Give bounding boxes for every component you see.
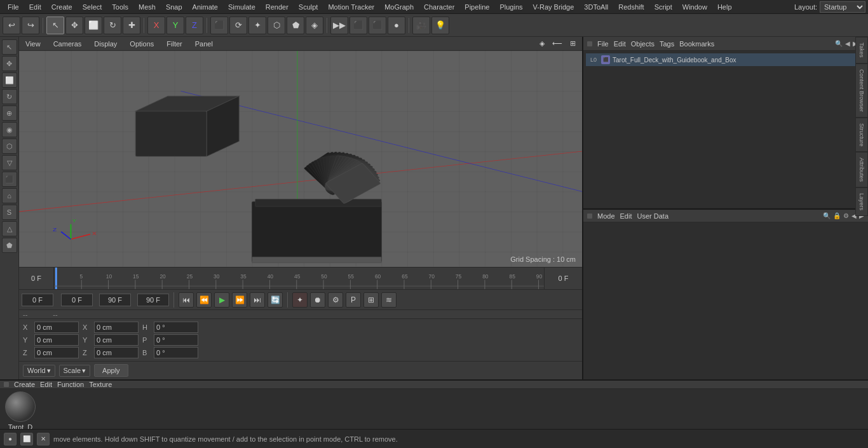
light-button[interactable]: 💡 bbox=[431, 17, 449, 34]
coord-y-pos[interactable] bbox=[34, 334, 79, 346]
side-add[interactable]: ⊕ bbox=[2, 105, 17, 121]
coord-b-rot[interactable] bbox=[154, 347, 198, 358]
obj-nav-back-icon[interactable]: ◀ bbox=[845, 40, 850, 47]
attr-mode-menu[interactable]: Mode bbox=[597, 212, 615, 220]
menu-animate[interactable]: Animate bbox=[187, 2, 223, 12]
menu-tools[interactable]: Tools bbox=[107, 2, 133, 12]
camera-button[interactable]: 🎥 bbox=[412, 17, 430, 34]
key-sel-button[interactable]: ⚙ bbox=[328, 292, 343, 308]
menu-3dtoall[interactable]: 3DToAll bbox=[579, 2, 613, 12]
obj-edit-menu[interactable]: Edit bbox=[614, 40, 626, 48]
world-dropdown[interactable]: World ▾ bbox=[23, 365, 55, 377]
window-icon[interactable]: ⬜ bbox=[20, 433, 33, 445]
side-diamond[interactable]: ⬟ bbox=[2, 238, 17, 253]
vp-icon-2[interactable]: ⟵ bbox=[550, 39, 565, 48]
timeline-ruler[interactable]: 5 10 15 20 25 30 35 40 bbox=[54, 268, 544, 289]
menu-select[interactable]: Select bbox=[78, 2, 107, 12]
vp-icon-3[interactable]: ⊞ bbox=[567, 39, 578, 48]
frame-end-input[interactable] bbox=[99, 294, 131, 306]
move-tool-button[interactable]: ✥ bbox=[65, 17, 83, 34]
go-end-button[interactable]: ⏭ bbox=[250, 292, 265, 308]
table-row[interactable]: L0 ⬛ Tarot_Full_Deck_with_Guidebook_and_… bbox=[586, 53, 865, 66]
mat-edit-menu[interactable]: Edit bbox=[40, 381, 52, 388]
render-active-button[interactable]: ⬛ bbox=[349, 17, 367, 34]
step-back-button[interactable]: ⏪ bbox=[196, 292, 212, 308]
side-circle[interactable]: ◉ bbox=[2, 122, 17, 137]
go-start-button[interactable]: ⏮ bbox=[179, 292, 194, 308]
record-button[interactable]: ● bbox=[388, 17, 405, 34]
menu-window[interactable]: Window bbox=[677, 2, 712, 12]
coord-z-size[interactable] bbox=[94, 347, 139, 358]
coord-x-pos[interactable] bbox=[34, 322, 79, 333]
side-hex[interactable]: ⬡ bbox=[2, 139, 17, 154]
menu-create[interactable]: Create bbox=[46, 2, 78, 12]
motion-button[interactable]: P bbox=[346, 292, 361, 308]
menu-mesh[interactable]: Mesh bbox=[133, 2, 161, 12]
select-tool-button[interactable]: ↖ bbox=[46, 17, 64, 34]
side-poly[interactable]: ▽ bbox=[2, 155, 17, 170]
deform-button[interactable]: ⬟ bbox=[287, 17, 304, 34]
box-button[interactable]: ⬛ bbox=[210, 17, 228, 34]
coord-y-size[interactable] bbox=[94, 334, 139, 346]
x-axis-button[interactable]: X bbox=[147, 17, 165, 34]
vp-cameras-menu[interactable]: Cameras bbox=[51, 39, 85, 48]
side-house[interactable]: ⌂ bbox=[2, 188, 17, 203]
attr-edit-menu[interactable]: Edit bbox=[620, 212, 632, 220]
play-button[interactable]: ▶ bbox=[214, 292, 229, 308]
nurbs-button[interactable]: ⬡ bbox=[268, 17, 285, 34]
menu-file[interactable]: File bbox=[3, 2, 24, 12]
menu-redshift[interactable]: Redshift bbox=[613, 2, 649, 12]
obj-tags-menu[interactable]: Tags bbox=[660, 40, 674, 48]
coord-p-rot[interactable] bbox=[154, 334, 198, 346]
step-forward-button[interactable]: ⏩ bbox=[232, 292, 247, 308]
menu-snap[interactable]: Snap bbox=[161, 2, 187, 12]
obj-bookmarks-menu[interactable]: Bookmarks bbox=[679, 40, 714, 48]
y-axis-button[interactable]: Y bbox=[166, 17, 184, 34]
vp-display-menu[interactable]: Display bbox=[92, 39, 119, 48]
side-rotate[interactable]: ↻ bbox=[2, 89, 17, 104]
add-tool-button[interactable]: ✚ bbox=[123, 17, 140, 34]
apply-button[interactable]: Apply bbox=[94, 364, 128, 377]
close-icon[interactable]: ✕ bbox=[37, 433, 50, 445]
scale-tool-button[interactable]: ⬜ bbox=[85, 17, 102, 34]
rotate2-button[interactable]: ⟳ bbox=[229, 17, 247, 34]
attr-lock-icon[interactable]: 🔒 bbox=[833, 212, 841, 219]
attr-userdata-menu[interactable]: User Data bbox=[637, 212, 669, 220]
vp-icon-1[interactable]: ◈ bbox=[537, 39, 547, 48]
render-all-button[interactable]: ⬛ bbox=[369, 17, 386, 34]
obj-search-icon[interactable]: 🔍 bbox=[835, 40, 843, 47]
z-axis-button[interactable]: Z bbox=[186, 17, 203, 34]
spline-button[interactable]: ✦ bbox=[248, 17, 266, 34]
coord-h-rot[interactable] bbox=[154, 322, 198, 333]
dope-button[interactable]: ⊞ bbox=[363, 292, 379, 308]
tab-content-browser[interactable]: Content Browser bbox=[855, 64, 868, 118]
autokey-button[interactable]: ⏺ bbox=[310, 292, 325, 308]
tab-layers[interactable]: Layers bbox=[855, 187, 868, 216]
obj-file-menu[interactable]: File bbox=[597, 40, 609, 48]
render-button[interactable]: ▶▶ bbox=[330, 17, 348, 34]
side-scale[interactable]: ⬜ bbox=[2, 72, 17, 88]
menu-pipeline[interactable]: Pipeline bbox=[459, 2, 494, 12]
menu-script[interactable]: Script bbox=[649, 2, 677, 12]
mat-texture-menu[interactable]: Texture bbox=[89, 381, 112, 388]
tab-takes[interactable]: Takes bbox=[855, 37, 868, 64]
layout-dropdown[interactable]: Startup Standard Sculpting bbox=[820, 1, 865, 13]
frame-current-input[interactable] bbox=[61, 294, 93, 306]
coord-z-pos[interactable] bbox=[34, 347, 79, 358]
fcurve-button[interactable]: ≋ bbox=[381, 292, 397, 308]
scale-dropdown[interactable]: Scale ▾ bbox=[59, 365, 91, 377]
list-item[interactable]: Tarot_D bbox=[5, 391, 36, 431]
undo-button[interactable]: ↩ bbox=[3, 17, 20, 34]
mat-function-menu[interactable]: Function bbox=[57, 381, 84, 388]
vp-panel-menu[interactable]: Panel bbox=[193, 39, 215, 48]
env-button[interactable]: ◈ bbox=[306, 17, 323, 34]
frame-end-alt-input[interactable] bbox=[137, 294, 169, 306]
menu-plugins[interactable]: Plugins bbox=[494, 2, 527, 12]
menu-motion-tracker[interactable]: Motion Tracker bbox=[323, 2, 379, 12]
menu-sculpt[interactable]: Sculpt bbox=[294, 2, 323, 12]
attr-search-icon[interactable]: 🔍 bbox=[823, 212, 831, 219]
redo-button[interactable]: ↪ bbox=[22, 17, 39, 34]
obj-objects-menu[interactable]: Objects bbox=[631, 40, 654, 48]
side-s[interactable]: S bbox=[2, 205, 17, 220]
side-select[interactable]: ↖ bbox=[2, 39, 17, 55]
